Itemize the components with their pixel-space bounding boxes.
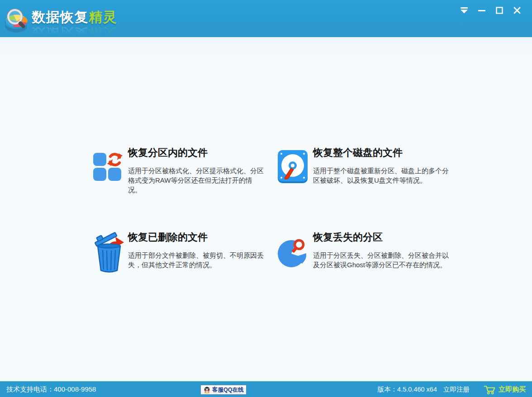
minimize-icon [478, 7, 485, 14]
maximize-icon [496, 7, 503, 14]
buy-now-label: 立即购买 [499, 385, 526, 394]
trash-arrow-icon [93, 232, 128, 275]
disk-icon [278, 147, 313, 185]
qq-icon [204, 387, 210, 393]
card-description: 适用于分区被格式化、分区提示格式化、分区格式变为RAW等分区还在但无法打开的情况… [128, 166, 265, 194]
version-label: 版本：4.5.0.460 x64 [378, 385, 437, 394]
card-recover-deleted-files[interactable]: 恢复已删除的文件 适用于部分文件被删除、被剪切、不明原因丢失，但其他文件正常的情… [93, 232, 265, 275]
window-controls [459, 6, 522, 15]
app-title: 数据恢复精灵 数据恢复精灵 [32, 9, 117, 36]
minimize-button[interactable] [477, 6, 487, 15]
buy-now-link[interactable]: 立即购买 [483, 384, 526, 395]
pie-search-icon [278, 232, 313, 274]
close-icon [513, 7, 521, 14]
qq-button-label: 客服QQ在线 [212, 386, 243, 394]
card-description: 适用于整个磁盘被重新分区、磁盘上的多个分区被破坏、以及恢复U盘文件等情况。 [313, 166, 450, 185]
card-description: 适用于部分文件被删除、被剪切、不明原因丢失，但其他文件正常的情况。 [128, 250, 265, 269]
card-title: 恢复分区内的文件 [128, 147, 265, 159]
main-area: 恢复分区内的文件 适用于分区被格式化、分区提示格式化、分区格式变为RAW等分区还… [0, 37, 532, 381]
menu-icon [460, 7, 469, 14]
menu-button[interactable] [459, 6, 469, 15]
card-recover-partition-files[interactable]: 恢复分区内的文件 适用于分区被格式化、分区提示格式化、分区格式变为RAW等分区还… [93, 147, 265, 194]
blocks-sync-icon [93, 147, 128, 194]
close-button[interactable] [512, 6, 522, 15]
statusbar-right-group: 版本：4.5.0.460 x64 立即注册 立即购买 [378, 382, 526, 397]
qq-support-button[interactable]: 客服QQ在线 [200, 385, 247, 395]
card-title: 恢复丢失的分区 [313, 232, 450, 243]
app-logo-icon [5, 6, 29, 33]
titlebar: 数据恢复精灵 数据恢复精灵 [0, 0, 532, 37]
card-recover-lost-partition[interactable]: 恢复丢失的分区 适用于分区丢失、分区被删除、分区被合并以及分区被误Ghost等源… [278, 232, 450, 274]
card-description: 适用于分区丢失、分区被删除、分区被合并以及分区被误Ghost等源分区已不存在的情… [313, 250, 450, 269]
support-phone-label: 技术支持电话：400-008-9958 [6, 382, 96, 397]
maximize-button[interactable] [494, 6, 504, 15]
app-window: 数据恢复精灵 数据恢复精灵 [0, 0, 532, 397]
cart-icon [483, 384, 495, 395]
statusbar: 技术支持电话：400-008-9958 客服QQ在线 版本：4.5.0.460 … [0, 381, 532, 397]
register-link[interactable]: 立即注册 [443, 385, 470, 394]
card-title: 恢复整个磁盘的文件 [313, 147, 450, 159]
app-title-text: 数据恢复精灵 [32, 9, 117, 25]
card-recover-whole-disk[interactable]: 恢复整个磁盘的文件 适用于整个磁盘被重新分区、磁盘上的多个分区被破坏、以及恢复U… [278, 147, 450, 185]
card-title: 恢复已删除的文件 [128, 232, 265, 243]
